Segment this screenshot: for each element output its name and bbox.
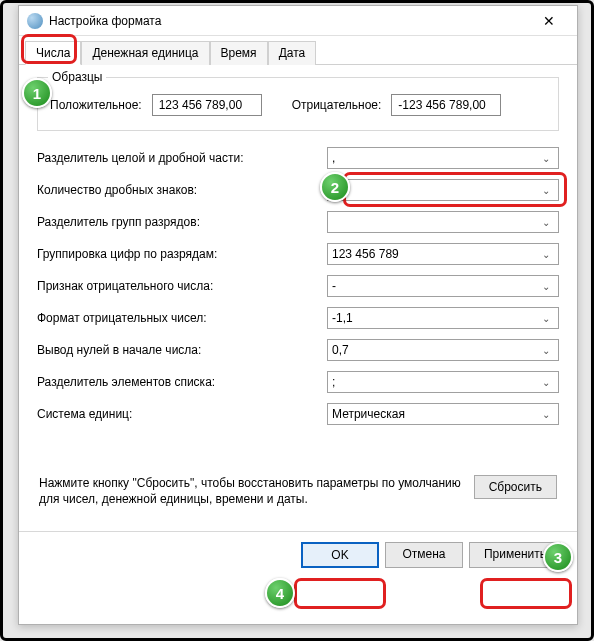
select-value: -1,1 bbox=[332, 311, 353, 325]
select-leading-zero[interactable]: 0,7 ⌄ bbox=[327, 339, 559, 361]
select-value: , bbox=[332, 151, 335, 165]
titlebar: Настройка формата ✕ bbox=[19, 6, 577, 36]
label-neg-format: Формат отрицательных чисел: bbox=[37, 311, 327, 325]
dialog-buttons: OK Отмена Применить bbox=[19, 531, 577, 578]
row-decimal-digits: Количество дробных знаков: 2 ⌄ bbox=[37, 179, 559, 201]
label-decimal-sep: Разделитель целой и дробной части: bbox=[37, 151, 327, 165]
select-decimal-digits[interactable]: 2 ⌄ bbox=[327, 179, 559, 201]
tab-bar: Числа Денежная единица Время Дата bbox=[19, 36, 577, 65]
select-value: 2 bbox=[332, 183, 339, 197]
chevron-down-icon: ⌄ bbox=[538, 281, 554, 292]
chevron-down-icon: ⌄ bbox=[538, 185, 554, 196]
negative-value: -123 456 789,00 bbox=[391, 94, 501, 116]
row-grouping: Группировка цифр по разрядам: 123 456 78… bbox=[37, 243, 559, 265]
ok-button[interactable]: OK bbox=[301, 542, 379, 568]
select-neg-sign[interactable]: - ⌄ bbox=[327, 275, 559, 297]
globe-icon bbox=[27, 13, 43, 29]
row-leading-zero: Вывод нулей в начале числа: 0,7 ⌄ bbox=[37, 339, 559, 361]
tab-numbers[interactable]: Числа bbox=[25, 41, 81, 65]
reset-area: Нажмите кнопку "Сбросить", чтобы восстан… bbox=[37, 475, 559, 507]
label-list-sep: Разделитель элементов списка: bbox=[37, 375, 327, 389]
samples-group: Образцы Положительное: 123 456 789,00 От… bbox=[37, 77, 559, 131]
positive-value: 123 456 789,00 bbox=[152, 94, 262, 116]
label-grouping: Группировка цифр по разрядам: bbox=[37, 247, 327, 261]
negative-label: Отрицательное: bbox=[292, 98, 382, 112]
chevron-down-icon: ⌄ bbox=[538, 345, 554, 356]
label-neg-sign: Признак отрицательного числа: bbox=[37, 279, 327, 293]
select-value: - bbox=[332, 279, 336, 293]
chevron-down-icon: ⌄ bbox=[538, 153, 554, 164]
select-decimal-sep[interactable]: , ⌄ bbox=[327, 147, 559, 169]
chevron-down-icon: ⌄ bbox=[538, 313, 554, 324]
apply-button[interactable]: Применить bbox=[469, 542, 561, 568]
select-value: Метрическая bbox=[332, 407, 405, 421]
row-group-sep: Разделитель групп разрядов: ⌄ bbox=[37, 211, 559, 233]
chevron-down-icon: ⌄ bbox=[538, 377, 554, 388]
chevron-down-icon: ⌄ bbox=[538, 409, 554, 420]
select-list-sep[interactable]: ; ⌄ bbox=[327, 371, 559, 393]
dialog-window: Настройка формата ✕ Числа Денежная едини… bbox=[18, 5, 578, 625]
label-group-sep: Разделитель групп разрядов: bbox=[37, 215, 327, 229]
tab-currency[interactable]: Денежная единица bbox=[81, 41, 209, 65]
row-decimal-sep: Разделитель целой и дробной части: , ⌄ bbox=[37, 147, 559, 169]
select-value: ; bbox=[332, 375, 335, 389]
label-measure: Система единиц: bbox=[37, 407, 327, 421]
cancel-button[interactable]: Отмена bbox=[385, 542, 463, 568]
positive-label: Положительное: bbox=[50, 98, 142, 112]
chevron-down-icon: ⌄ bbox=[538, 217, 554, 228]
label-decimal-digits: Количество дробных знаков: bbox=[37, 183, 327, 197]
tab-time[interactable]: Время bbox=[210, 41, 268, 65]
select-measure[interactable]: Метрическая ⌄ bbox=[327, 403, 559, 425]
tab-date[interactable]: Дата bbox=[268, 41, 317, 65]
row-measure: Система единиц: Метрическая ⌄ bbox=[37, 403, 559, 425]
close-icon[interactable]: ✕ bbox=[529, 6, 569, 36]
reset-text: Нажмите кнопку "Сбросить", чтобы восстан… bbox=[39, 475, 464, 507]
window-title: Настройка формата bbox=[49, 14, 529, 28]
row-list-sep: Разделитель элементов списка: ; ⌄ bbox=[37, 371, 559, 393]
select-neg-format[interactable]: -1,1 ⌄ bbox=[327, 307, 559, 329]
row-neg-sign: Признак отрицательного числа: - ⌄ bbox=[37, 275, 559, 297]
samples-title: Образцы bbox=[48, 70, 106, 84]
select-value: 0,7 bbox=[332, 343, 349, 357]
chevron-down-icon: ⌄ bbox=[538, 249, 554, 260]
row-neg-format: Формат отрицательных чисел: -1,1 ⌄ bbox=[37, 307, 559, 329]
reset-button[interactable]: Сбросить bbox=[474, 475, 557, 499]
select-value: 123 456 789 bbox=[332, 247, 399, 261]
tab-content: Образцы Положительное: 123 456 789,00 От… bbox=[19, 65, 577, 519]
select-group-sep[interactable]: ⌄ bbox=[327, 211, 559, 233]
label-leading-zero: Вывод нулей в начале числа: bbox=[37, 343, 327, 357]
select-grouping[interactable]: 123 456 789 ⌄ bbox=[327, 243, 559, 265]
